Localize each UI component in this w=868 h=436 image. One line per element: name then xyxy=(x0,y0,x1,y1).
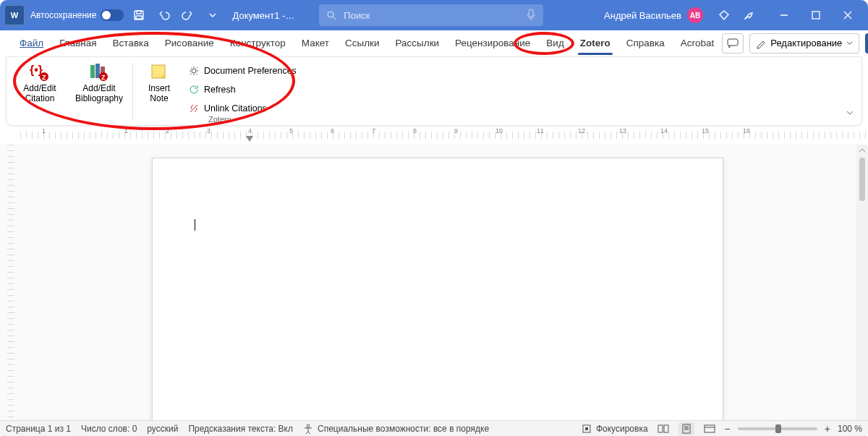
share-button[interactable] xyxy=(865,33,868,54)
app-icon: W xyxy=(4,5,25,25)
svg-rect-11 xyxy=(90,65,95,78)
search-input[interactable] xyxy=(344,10,519,21)
status-language[interactable]: русский xyxy=(147,424,178,434)
tab-file[interactable]: Файл xyxy=(12,30,51,56)
tab-acrobat[interactable]: Acrobat xyxy=(673,30,723,56)
status-text-predictions[interactable]: Предсказания текста: Вкл xyxy=(188,424,293,434)
user-name: Андрей Васильев xyxy=(604,10,681,21)
svg-rect-22 xyxy=(664,425,668,432)
print-layout-icon[interactable] xyxy=(678,422,694,435)
tab-references[interactable]: Ссылки xyxy=(337,30,388,56)
refresh-icon xyxy=(188,84,200,95)
svg-rect-2 xyxy=(136,16,142,19)
user-account[interactable]: Андрей Васильев АВ xyxy=(598,7,709,23)
insert-note-button[interactable]: Insert Note xyxy=(140,60,178,116)
document-title[interactable]: Документ1 -… xyxy=(228,10,299,21)
tab-help[interactable]: Справка xyxy=(618,30,673,56)
svg-rect-21 xyxy=(658,425,663,432)
vertical-ruler[interactable] xyxy=(0,145,19,420)
horizontal-ruler[interactable]: 112345678910111213141516 xyxy=(20,126,868,143)
svg-text:Z: Z xyxy=(42,74,46,81)
svg-point-3 xyxy=(328,12,333,17)
unlink-citations-button[interactable]: Unlink Citations xyxy=(185,101,299,116)
ribbon-collapse-icon[interactable] xyxy=(846,108,854,119)
svg-rect-23 xyxy=(683,424,690,433)
indent-marker[interactable] xyxy=(246,136,253,142)
tab-view[interactable]: Вид xyxy=(538,30,571,56)
undo-icon[interactable] xyxy=(154,6,173,25)
search-icon xyxy=(326,10,336,20)
note-icon xyxy=(148,61,170,83)
minimize-button[interactable] xyxy=(768,0,800,30)
gear-icon xyxy=(188,65,200,77)
tab-design[interactable]: Конструктор xyxy=(222,30,294,56)
scroll-up-icon[interactable] xyxy=(858,146,867,155)
zoom-slider[interactable] xyxy=(738,427,817,430)
tab-draw[interactable]: Рисование xyxy=(157,30,222,56)
tab-review[interactable]: Рецензирование xyxy=(447,30,538,56)
zoom-in-button[interactable]: + xyxy=(825,423,830,435)
status-page[interactable]: Страница 1 из 1 xyxy=(6,424,71,434)
document-page[interactable] xyxy=(152,158,723,420)
tab-mailings[interactable]: Рассылки xyxy=(388,30,448,56)
group-label-zotero: Zotero xyxy=(133,115,307,124)
accessibility-icon xyxy=(303,424,313,434)
tab-home[interactable]: Главная xyxy=(51,30,104,56)
status-accessibility[interactable]: Специальные возможности: все в порядке xyxy=(303,424,489,434)
zoom-out-button[interactable]: − xyxy=(725,423,731,435)
svg-rect-5 xyxy=(812,12,820,19)
bibliography-icon: Z xyxy=(88,61,110,83)
status-word-count[interactable]: Число слов: 0 xyxy=(81,424,137,434)
editing-mode-label: Редактирование xyxy=(770,38,842,48)
refresh-button[interactable]: Refresh xyxy=(185,82,299,98)
svg-text:Z: Z xyxy=(101,74,106,81)
add-edit-citation-button[interactable]: {•}Z Add/Edit Citation xyxy=(14,60,66,103)
svg-rect-20 xyxy=(585,427,588,430)
svg-point-18 xyxy=(307,424,310,427)
brush-icon[interactable] xyxy=(739,6,758,25)
text-cursor xyxy=(195,219,195,231)
editing-mode-dropdown[interactable]: Редактирование xyxy=(749,33,859,54)
save-icon[interactable] xyxy=(129,6,148,25)
focus-icon xyxy=(582,424,592,434)
document-preferences-button[interactable]: Document Preferences xyxy=(185,63,299,79)
unlink-icon xyxy=(188,103,200,114)
vertical-scrollbar[interactable] xyxy=(856,145,868,420)
autosave-toggle[interactable]: Автосохранение xyxy=(30,9,124,21)
citation-icon: {•}Z xyxy=(29,61,51,83)
svg-rect-4 xyxy=(529,9,533,17)
close-button[interactable] xyxy=(832,0,864,30)
tab-layout[interactable]: Макет xyxy=(294,30,337,56)
scroll-thumb[interactable] xyxy=(859,158,865,201)
qat-dropdown-icon[interactable] xyxy=(203,6,222,25)
add-edit-bibliography-button[interactable]: Z Add/Edit Bibliography xyxy=(73,60,125,103)
svg-rect-6 xyxy=(728,39,738,46)
tab-insert[interactable]: Вставка xyxy=(105,30,157,56)
read-mode-icon[interactable] xyxy=(655,422,671,435)
search-box[interactable] xyxy=(319,4,543,26)
comments-button[interactable] xyxy=(722,33,744,54)
avatar: АВ xyxy=(687,7,703,23)
zoom-level[interactable]: 100 % xyxy=(838,424,862,434)
focus-mode-button[interactable]: Фокусировка xyxy=(582,424,648,434)
tab-zotero[interactable]: Zotero xyxy=(572,30,618,56)
svg-rect-1 xyxy=(137,11,141,14)
web-layout-icon[interactable] xyxy=(702,422,718,435)
maximize-button[interactable] xyxy=(800,0,832,30)
mic-icon[interactable] xyxy=(526,9,536,22)
svg-rect-24 xyxy=(705,425,715,432)
autosave-label: Автосохранение xyxy=(30,10,96,20)
redo-icon[interactable] xyxy=(179,6,197,25)
svg-point-17 xyxy=(192,69,196,73)
status-bar: Страница 1 из 1 Число слов: 0 русский Пр… xyxy=(0,420,868,436)
diamond-icon[interactable] xyxy=(715,6,733,25)
